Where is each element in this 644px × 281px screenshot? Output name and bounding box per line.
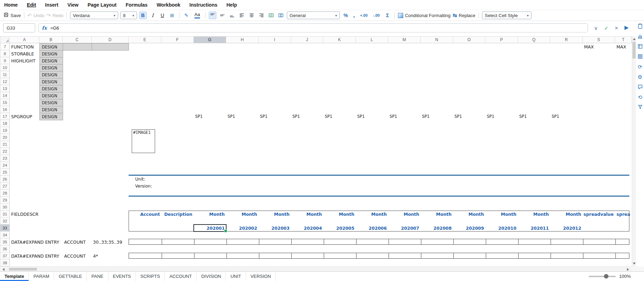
- row-header-17[interactable]: 17: [0, 113, 10, 120]
- scroll-down-icon[interactable]: [633, 263, 636, 265]
- row-header-21[interactable]: 21: [0, 141, 10, 148]
- grid-cell[interactable]: SP1: [453, 113, 485, 120]
- row-header-36[interactable]: 36: [0, 245, 10, 252]
- column-header-P[interactable]: P: [485, 36, 518, 43]
- row-header-19[interactable]: 19: [0, 127, 10, 134]
- row-header-16[interactable]: 16: [0, 106, 10, 113]
- column-header-A[interactable]: A: [10, 36, 39, 43]
- grid-cell[interactable]: DESIGN: [39, 43, 63, 51]
- filter-icon[interactable]: [637, 104, 643, 110]
- row-header-26[interactable]: 26: [0, 176, 10, 183]
- sheet-tab-gettable[interactable]: GETTABLE: [54, 272, 87, 281]
- column-header-K[interactable]: K: [323, 36, 356, 43]
- grid-cell[interactable]: ACCOUNT: [63, 252, 92, 259]
- scroll-right-icon[interactable]: [627, 268, 629, 271]
- grid-cell[interactable]: SPGROUP: [10, 113, 39, 120]
- column-header-G[interactable]: G: [194, 36, 226, 43]
- grid-cell[interactable]: SP1: [550, 113, 583, 120]
- column-header-O[interactable]: O: [453, 36, 485, 43]
- scroll-left-icon[interactable]: [2, 268, 5, 271]
- sheet-tab-param[interactable]: PARAM: [29, 272, 54, 281]
- column-header-L[interactable]: L: [356, 36, 388, 43]
- grid-cell[interactable]: DESIGN: [39, 64, 63, 71]
- sync-icon[interactable]: ⟳: [637, 63, 643, 70]
- sheet-tab-unit[interactable]: UNIT: [226, 272, 246, 281]
- grid-cell[interactable]: SP1: [291, 113, 323, 120]
- row-header-20[interactable]: 20: [0, 134, 10, 141]
- row-header-11[interactable]: 11: [0, 71, 10, 78]
- sheet-tab-template[interactable]: Template: [0, 272, 29, 281]
- row-header-38[interactable]: 38: [0, 259, 10, 266]
- sheet-tab-pane[interactable]: PANE: [87, 272, 108, 281]
- clipboard-icon[interactable]: [637, 23, 643, 29]
- grid-cell[interactable]: Version:: [129, 183, 161, 190]
- column-header-C[interactable]: C: [63, 36, 92, 43]
- row-header-33[interactable]: 33: [0, 225, 10, 231]
- select-all-corner[interactable]: [0, 36, 10, 43]
- grid-cell[interactable]: 30..33;35..39: [92, 238, 129, 245]
- grid-cell[interactable]: Unit:: [129, 176, 161, 183]
- row-header-18[interactable]: 18: [0, 120, 10, 127]
- grid-cell[interactable]: SP1: [194, 113, 226, 120]
- column-header-D[interactable]: D: [92, 36, 129, 43]
- row-header-9[interactable]: 9: [0, 57, 10, 64]
- grid-cell[interactable]: SP1: [518, 113, 550, 120]
- sheet-tab-account[interactable]: ACCOUNT: [165, 272, 197, 281]
- grid-cell[interactable]: SP1: [421, 113, 453, 120]
- column-header-E[interactable]: E: [129, 36, 161, 43]
- horizontal-scroll-thumb[interactable]: [9, 268, 37, 271]
- row-header-13[interactable]: 13: [0, 85, 10, 92]
- image-placeholder[interactable]: #IMAGE1: [132, 129, 155, 153]
- grid-cell[interactable]: MAX: [583, 43, 615, 50]
- column-header-Q[interactable]: Q: [518, 36, 550, 43]
- column-header-R[interactable]: R: [550, 36, 583, 43]
- row-header-28[interactable]: 28: [0, 190, 10, 197]
- grid-cell[interactable]: SP1: [323, 113, 356, 120]
- grid-cell[interactable]: FIELDDESCR: [10, 211, 39, 218]
- column-header-T[interactable]: T: [615, 36, 632, 43]
- row-header-27[interactable]: 27: [0, 183, 10, 190]
- row-header-12[interactable]: 12: [0, 78, 10, 85]
- column-header-N[interactable]: N: [421, 36, 453, 43]
- comment-icon[interactable]: [637, 84, 643, 90]
- grid-cell[interactable]: SP1: [259, 113, 291, 120]
- grid-cell[interactable]: MAX: [615, 43, 632, 50]
- grid-cell[interactable]: SP1: [356, 113, 388, 120]
- grid-cell[interactable]: DESIGN: [39, 92, 63, 99]
- grid-cell[interactable]: FUNCTION: [10, 43, 39, 50]
- sheet-tab-division[interactable]: DIVISION: [197, 272, 226, 281]
- column-header-J[interactable]: J: [291, 36, 323, 43]
- row-header-31[interactable]: 31: [0, 211, 10, 218]
- table-icon[interactable]: [637, 53, 643, 60]
- row-header-14[interactable]: 14: [0, 92, 10, 99]
- row-header-23[interactable]: 23: [0, 155, 10, 162]
- grid-cell[interactable]: DESIGN: [39, 99, 63, 106]
- selection-box[interactable]: [193, 224, 227, 232]
- grid-cell[interactable]: DESIGN: [39, 57, 63, 64]
- column-header-F[interactable]: F: [161, 36, 194, 43]
- row-header-32[interactable]: 32: [0, 218, 10, 225]
- row-header-29[interactable]: 29: [0, 197, 10, 204]
- grid-cell[interactable]: DESIGN: [39, 71, 63, 78]
- grid-cell[interactable]: SP1: [388, 113, 421, 120]
- row-header-8[interactable]: 8: [0, 50, 10, 57]
- grid-cell[interactable]: 4*: [92, 252, 129, 259]
- column-header-H[interactable]: H: [226, 36, 259, 43]
- row-header-35[interactable]: 35: [0, 238, 10, 245]
- gear-icon[interactable]: ⚙: [637, 74, 643, 80]
- scroll-up-icon[interactable]: [633, 38, 636, 40]
- row-header-7[interactable]: 7: [0, 43, 10, 50]
- sheet-tab-events[interactable]: EVENTS: [108, 272, 136, 281]
- zoom-slider[interactable]: [589, 276, 616, 277]
- sheet-tab-version[interactable]: VERSION: [246, 272, 276, 281]
- grid-cell[interactable]: DATA#EXPAND ENTRY: [10, 238, 39, 245]
- row-header-25[interactable]: 25: [0, 169, 10, 176]
- grid-cell[interactable]: HIGHLIGHT: [10, 57, 39, 64]
- column-header-S[interactable]: S: [583, 36, 615, 43]
- row-header-34[interactable]: 34: [0, 231, 10, 238]
- fill-handle[interactable]: [224, 229, 227, 233]
- grid-cell[interactable]: SP1: [226, 113, 259, 120]
- pivot-icon[interactable]: [637, 43, 643, 50]
- grid-cell[interactable]: DESIGN: [39, 50, 63, 58]
- vertical-scrollbar[interactable]: [632, 36, 636, 266]
